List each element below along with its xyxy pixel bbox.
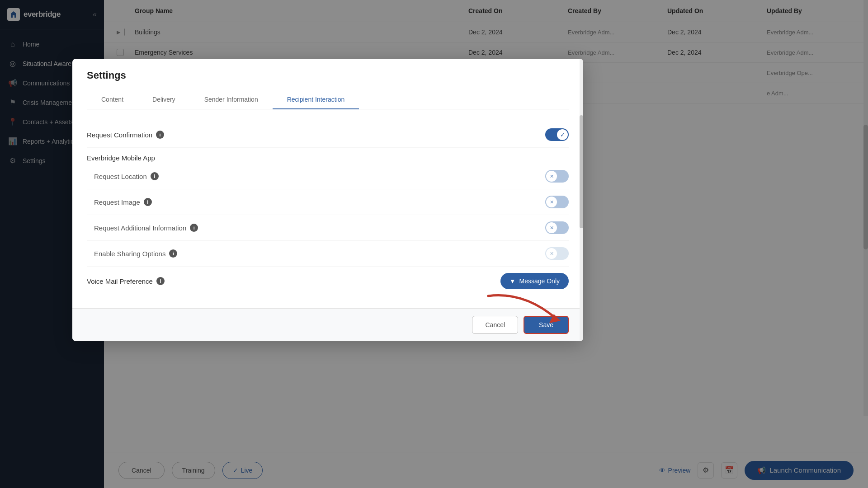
voice-mail-row: Voice Mail Preference i ▼ Message Only <box>87 267 569 296</box>
request-location-info-icon[interactable]: i <box>151 172 159 180</box>
request-image-label: Request Image i <box>87 198 152 206</box>
tab-sender[interactable]: Sender Information <box>190 90 273 109</box>
request-confirmation-row: Request Confirmation i ✓ <box>87 122 569 148</box>
tab-delivery[interactable]: Delivery <box>138 90 190 109</box>
modal-title: Settings <box>87 70 569 81</box>
voice-mail-info-icon[interactable]: i <box>156 277 165 285</box>
toggle-thumb-additional: ✕ <box>546 222 557 233</box>
enable-sharing-info-icon[interactable]: i <box>169 249 177 258</box>
request-confirmation-info-icon[interactable]: i <box>156 131 164 139</box>
request-location-row: Request Location i ✕ <box>87 164 569 189</box>
voice-mail-label: Voice Mail Preference i <box>87 277 165 285</box>
request-additional-toggle[interactable]: ✕ <box>545 221 569 234</box>
modal-footer: Cancel Save <box>72 308 583 341</box>
modal-scrollbar-thumb <box>580 115 583 228</box>
tab-content[interactable]: Content <box>87 90 138 109</box>
request-image-info-icon[interactable]: i <box>144 198 152 206</box>
voice-mail-dropdown[interactable]: ▼ Message Only <box>500 273 569 289</box>
request-confirmation-toggle[interactable]: ✓ <box>545 128 569 141</box>
request-image-toggle[interactable]: ✕ <box>545 196 569 208</box>
modal-header: Settings Content Delivery Sender Informa… <box>72 59 583 109</box>
toggle-thumb-confirmation: ✓ <box>557 129 568 140</box>
modal-body: Request Confirmation i ✓ Everbridge Mobi… <box>72 109 583 308</box>
toggle-thumb-location: ✕ <box>546 171 557 182</box>
request-confirmation-text: Request Confirmation <box>87 131 152 139</box>
enable-sharing-row: Enable Sharing Options i ✕ <box>87 241 569 267</box>
enable-sharing-toggle[interactable]: ✕ <box>545 247 569 260</box>
request-additional-label: Request Additional Information i <box>87 224 198 232</box>
request-location-toggle[interactable]: ✕ <box>545 170 569 183</box>
request-confirmation-label: Request Confirmation i <box>87 131 164 139</box>
modal-scrollbar[interactable] <box>580 59 583 341</box>
modal-cancel-button[interactable]: Cancel <box>472 316 518 334</box>
settings-modal: Settings Content Delivery Sender Informa… <box>72 59 583 341</box>
dropdown-label: Message Only <box>519 277 560 285</box>
toggle-thumb-sharing: ✕ <box>546 248 557 259</box>
modal-tabs: Content Delivery Sender Information Reci… <box>87 90 569 109</box>
toggle-thumb-image: ✕ <box>546 197 557 207</box>
mobile-app-section-label: Everbridge Mobile App <box>87 148 569 164</box>
enable-sharing-label: Enable Sharing Options i <box>87 249 177 258</box>
request-additional-row: Request Additional Information i ✕ <box>87 215 569 241</box>
request-additional-info-icon[interactable]: i <box>190 224 198 232</box>
request-image-row: Request Image i ✕ <box>87 189 569 215</box>
tab-recipient[interactable]: Recipient Interaction <box>273 90 359 109</box>
dropdown-arrow-icon: ▼ <box>509 277 516 285</box>
request-location-label: Request Location i <box>87 172 159 180</box>
modal-save-button[interactable]: Save <box>524 316 569 334</box>
